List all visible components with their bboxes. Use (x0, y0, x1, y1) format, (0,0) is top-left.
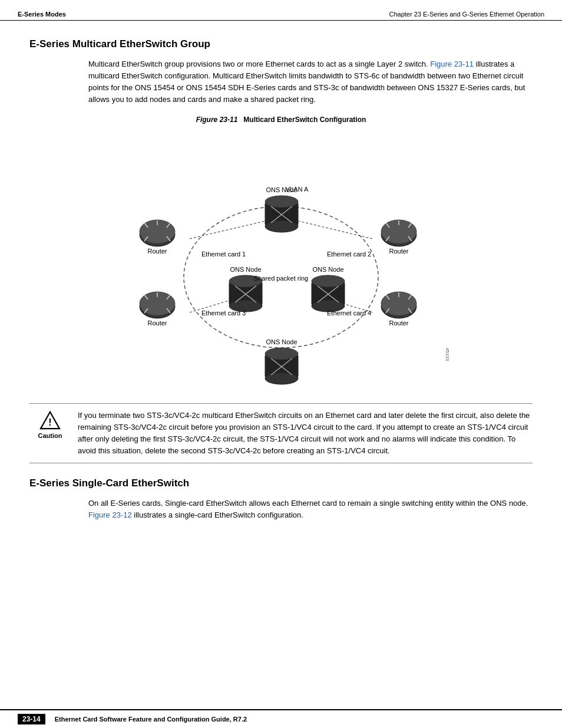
svg-point-1 (265, 196, 298, 207)
router-top-left: Router (140, 220, 175, 255)
svg-point-17 (265, 373, 298, 384)
section1-heading: E-Series Multicard EtherSwitch Group (29, 38, 533, 50)
router-bottom-right: Router (381, 292, 416, 327)
figure-id: 45133 (445, 348, 450, 361)
router-bottom-left: Router (140, 292, 175, 327)
router-br-label: Router (389, 319, 408, 327)
eth-card3-label: Ethernet card 3 (201, 309, 246, 317)
eth-card1-label: Ethernet card 1 (201, 251, 246, 258)
diagram-container: ONS Node ONS Node ONS Node (29, 130, 533, 389)
caution-icon-area: ! Caution (29, 410, 71, 439)
header-right: Chapter 23 E-Series and G-Series Etherne… (389, 11, 544, 18)
eth-card2-label: Ethernet card 2 (327, 251, 371, 258)
ons-left-label: ONS Node (230, 266, 261, 273)
caution-triangle-icon: ! (39, 411, 61, 430)
section2-text-part3: illustrates a single-card EtherSwitch co… (132, 510, 303, 519)
page-number: 23-14 (18, 714, 45, 724)
caution-section: ! Caution If you terminate two STS-3c/VC… (29, 403, 533, 464)
shared-packet-ring-label: Shared packet ring (254, 275, 308, 282)
figure23-12-link[interactable]: Figure 23-12 (88, 510, 132, 519)
footer-title: Ethernet Card Software Feature and Confi… (55, 716, 247, 723)
ons-node-left: ONS Node (229, 266, 262, 312)
main-content: E-Series Multicard EtherSwitch Group Mul… (0, 21, 562, 542)
section2-text-part1: On all E-Series cards, Single-card Ether… (88, 499, 528, 508)
vlan-a-label: VLAN A (286, 186, 309, 193)
section2-body: On all E-Series cards, Single-card Ether… (88, 498, 533, 521)
ons-node-right: ONS Node (312, 266, 345, 312)
ons-bottom-label: ONS Node (266, 338, 297, 345)
router-tr-label: Router (389, 248, 408, 255)
ons-node-top: ONS Node (265, 186, 298, 232)
svg-point-16 (265, 348, 298, 360)
svg-point-2 (265, 220, 298, 232)
page-footer: 23-14 Ethernet Card Software Feature and… (0, 709, 562, 728)
ons-node-bottom: ONS Node (265, 338, 298, 384)
figure-caption-bold: Multicard EtherSwitch Configuration (243, 116, 366, 124)
multicard-diagram: ONS Node ONS Node ONS Node (98, 130, 464, 389)
section1-body: Multicard EtherSwitch group provisions t… (88, 58, 533, 106)
router-tl-label: Router (147, 248, 167, 255)
line-tl-router-ons (190, 221, 265, 239)
section2-heading: E-Series Single-Card EtherSwitch (29, 477, 533, 489)
router-bl-label: Router (147, 319, 167, 327)
eth-card4-label: Ethernet card 4 (327, 309, 371, 317)
header-left: E-Series Modes (18, 11, 66, 18)
figure-caption: Figure 23-11 Multicard EtherSwitch Confi… (29, 116, 533, 124)
svg-text:!: ! (48, 417, 51, 427)
svg-line-26 (108, 131, 111, 136)
line-tr-router-ons (299, 221, 372, 239)
ons-right-label: ONS Node (312, 266, 343, 273)
svg-point-11 (312, 275, 345, 287)
router-top-right: Router (381, 220, 416, 255)
svg-line-25 (85, 131, 89, 136)
caution-text: If you terminate two STS-3c/VC4-2c multi… (78, 410, 533, 457)
section1-text-part1: Multicard EtherSwitch group provisions t… (88, 60, 430, 68)
figure-caption-italic: Figure 23-11 (196, 116, 238, 124)
caution-label: Caution (38, 432, 62, 439)
page-header: E-Series Modes Chapter 23 E-Series and G… (0, 0, 562, 21)
figure23-11-link[interactable]: Figure 23-11 (430, 60, 474, 68)
